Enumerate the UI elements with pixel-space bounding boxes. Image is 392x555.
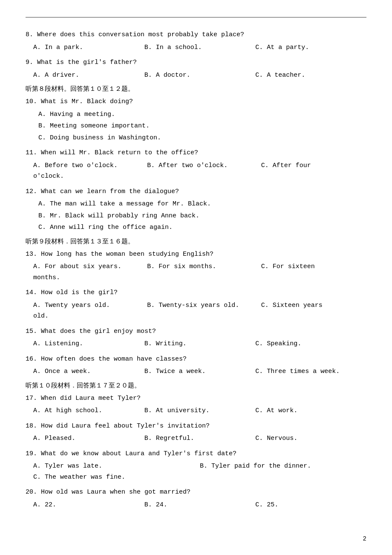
question-title-10: 16. How often does the woman have classe…: [26, 354, 366, 365]
opt-b-7: B. For six months.: [147, 261, 261, 272]
opt-c-8: C. Sixteen years: [261, 300, 366, 311]
options-row-12: A. At high school.B. At university.C. At…: [33, 405, 366, 416]
question-title-15: 20. How old was Laura when she got marri…: [26, 487, 366, 498]
option-15-0: A. 22.: [33, 500, 144, 511]
question-block-14: 14. How old is the girl?A. Twenty years …: [26, 287, 366, 322]
question-title-12: 17. When did Laura meet Tyler?: [26, 393, 366, 404]
page-number: 2: [363, 535, 366, 542]
question-block-18: 18. How did Laura feel about Tyler's inv…: [26, 421, 366, 444]
content-area: 8. Where does this conversation most pro…: [26, 29, 366, 510]
option-14-1: B. Tyler paid for the dinner.: [200, 461, 366, 472]
options-col-3: A. Having a meeting.B. Meeting someone i…: [38, 109, 366, 144]
option-9-1: B. Writing.: [144, 338, 256, 350]
option-13-1: B. Regretful.: [144, 433, 256, 444]
option-3-0: A. Having a meeting.: [38, 109, 366, 120]
opt-a-4: A. Before two o'clock.: [33, 160, 147, 171]
section-header-6: 听第９段材料．回答第１３至１６题。: [26, 237, 366, 246]
question-title-0: 8. Where does this conversation most pro…: [26, 29, 366, 40]
option-14-2: C. The weather was fine.: [33, 472, 366, 483]
question-block-19: 19. What do we know about Laura and Tyle…: [26, 448, 366, 483]
opt-c-cont-8: old.: [33, 311, 366, 322]
question-title-13: 18. How did Laura feel about Tyler's inv…: [26, 421, 366, 432]
option-12-2: C. At work.: [255, 405, 366, 416]
options-rowcol2-14: A. Tyler was late.B. Tyler paid for the …: [33, 461, 366, 483]
option-0-0: A. In a park.: [33, 42, 144, 53]
option-5-0: A. The man will take a message for Mr. B…: [38, 199, 366, 210]
option-0-1: B. In a school.: [144, 42, 256, 53]
question-block-16: 16. How often does the woman have classe…: [26, 354, 366, 377]
option-3-1: B. Meeting someone important.: [38, 121, 366, 132]
options-row-10: A. Once a week.B. Twice a week.C. Three …: [33, 366, 366, 377]
option-1-2: C. A teacher.: [255, 70, 366, 81]
opt-c-4: C. After four: [261, 160, 366, 171]
option-15-1: B. 24.: [144, 500, 256, 511]
options-row-0: A. In a park.B. In a school.C. At a part…: [33, 42, 366, 53]
opt-a-7: A. For about six years.: [33, 261, 147, 272]
option-5-2: C. Anne will ring the office again.: [38, 222, 366, 233]
question-block-8: 8. Where does this conversation most pro…: [26, 29, 366, 53]
option-14-0: A. Tyler was late.: [33, 461, 200, 472]
opt-a-8: A. Twenty years old.: [33, 300, 147, 311]
option-12-1: B. At university.: [144, 405, 256, 416]
question-title-9: 15. What does the girl enjoy most?: [26, 326, 366, 337]
question-title-4: 11. When will Mr. Black return to the of…: [26, 147, 366, 159]
option-9-2: C. Speaking.: [255, 338, 366, 350]
option-10-1: B. Twice a week.: [144, 366, 256, 377]
question-title-3: 10. What is Mr. Black doing?: [26, 96, 366, 107]
options-row-9: A. Listening.B. Writing.C. Speaking.: [33, 338, 366, 350]
options-rowwrap-7: A. For about six years.B. For six months…: [33, 261, 366, 283]
options-row-13: A. Pleased.B. Regretful.C. Nervous.: [33, 433, 366, 444]
question-block-20: 20. How old was Laura when she got marri…: [26, 487, 366, 510]
question-title-14: 19. What do we know about Laura and Tyle…: [26, 448, 366, 460]
option-13-0: A. Pleased.: [33, 433, 144, 444]
section-header-11: 听第１０段材料．回答第１７至２０题。: [26, 382, 366, 390]
option-15-2: C. 25.: [255, 500, 366, 511]
option-1-1: B. A doctor.: [144, 70, 256, 81]
top-divider: [26, 17, 366, 17]
opt-c-cont-7: months.: [33, 272, 366, 283]
option-10-0: A. Once a week.: [33, 366, 144, 377]
options-rowwrap-8: A. Twenty years old.B. Twenty-six years …: [33, 300, 366, 322]
question-block-12: 12. What can we learn from the dialogue?…: [26, 186, 366, 233]
options-row-1: A. A driver.B. A doctor.C. A teacher.: [33, 70, 366, 81]
question-title-1: 9. What is the girl's father?: [26, 57, 366, 68]
question-block-9: 9. What is the girl's father?A. A driver…: [26, 57, 366, 81]
question-block-11: 11. When will Mr. Black return to the of…: [26, 147, 366, 182]
question-block-10: 10. What is Mr. Black doing?A. Having a …: [26, 96, 366, 143]
options-row-15: A. 22.B. 24.C. 25.: [33, 500, 366, 511]
option-0-2: C. At a party.: [255, 42, 366, 53]
option-3-2: C. Doing business in Washington.: [38, 133, 366, 144]
question-block-13: 13. How long has the woman been studying…: [26, 249, 366, 283]
question-block-17: 17. When did Laura meet Tyler?A. At high…: [26, 393, 366, 416]
opt-c-cont-4: o'clock.: [33, 171, 366, 182]
options-col-5: A. The man will take a message for Mr. B…: [38, 199, 366, 233]
option-9-0: A. Listening.: [33, 338, 144, 350]
options-rowwrap-4: A. Before two o'clock.B. After two o'clo…: [33, 160, 366, 182]
option-12-0: A. At high school.: [33, 405, 144, 416]
question-title-8: 14. How old is the girl?: [26, 287, 366, 298]
opt-c-7: C. For sixteen: [261, 261, 366, 272]
option-5-1: B. Mr. Black will probably ring Anne bac…: [38, 211, 366, 222]
opt-b-8: B. Twenty-six years old.: [147, 300, 261, 311]
question-title-5: 12. What can we learn from the dialogue?: [26, 186, 366, 197]
option-13-2: C. Nervous.: [255, 433, 366, 444]
question-block-15: 15. What does the girl enjoy most?A. Lis…: [26, 326, 366, 350]
question-title-7: 13. How long has the woman been studying…: [26, 249, 366, 260]
opt-b-4: B. After two o'clock.: [147, 160, 261, 171]
option-1-0: A. A driver.: [33, 70, 144, 81]
option-10-2: C. Three times a week.: [255, 366, 366, 377]
section-header-2: 听第８段材料。回答第１０至１２题。: [26, 85, 366, 93]
